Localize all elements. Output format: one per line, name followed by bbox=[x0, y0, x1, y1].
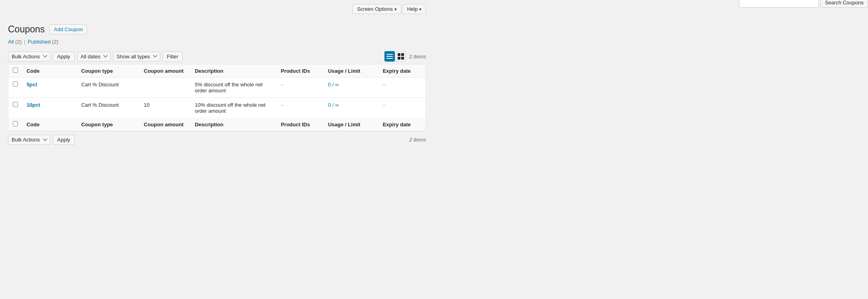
col-header-usage: Usage / Limit bbox=[324, 64, 379, 78]
row-expiry-cell: – bbox=[379, 78, 426, 98]
table-body: 5pct Cart % Discount 5% discount off the… bbox=[8, 78, 426, 118]
table-header-row: Code Coupon type Coupon amount Descripti… bbox=[8, 64, 426, 78]
table-row: 10pct Cart % Discount 10 10% discount of… bbox=[8, 98, 426, 118]
row-code-cell: 5pct bbox=[22, 78, 77, 98]
col-footer-usage: Usage / Limit bbox=[324, 118, 379, 131]
search-coupons-button[interactable]: Search Coupons bbox=[820, 0, 868, 8]
grid-view-icon[interactable] bbox=[396, 51, 406, 62]
date-filter-select[interactable]: All dates bbox=[77, 52, 111, 62]
published-filter-link[interactable]: Published (2) bbox=[28, 39, 58, 45]
top-tablenav: Bulk Actions Apply All dates Show all ty… bbox=[8, 49, 426, 64]
table-row: 5pct Cart % Discount 5% discount off the… bbox=[8, 78, 426, 98]
svg-rect-3 bbox=[398, 53, 400, 56]
tablenav-pages-top: 2 items bbox=[384, 51, 426, 62]
select-all-checkbox-footer[interactable] bbox=[13, 121, 18, 126]
nav-separator: | bbox=[24, 39, 25, 45]
page-title: Coupons bbox=[8, 24, 45, 35]
items-count-top: 2 items bbox=[409, 54, 426, 60]
row-checkbox[interactable] bbox=[13, 102, 18, 107]
col-footer-products: Product IDs bbox=[277, 118, 324, 131]
col-header-code: Code bbox=[22, 64, 77, 78]
svg-rect-5 bbox=[398, 57, 400, 60]
select-all-checkbox[interactable] bbox=[13, 68, 18, 73]
col-header-expiry: Expiry date bbox=[379, 64, 426, 78]
search-box: Search Coupons bbox=[739, 0, 868, 8]
page-header: Coupons Add Coupon Search Coupons bbox=[8, 20, 426, 35]
help-button[interactable]: Help bbox=[403, 4, 426, 14]
row-checkbox-cell bbox=[8, 98, 23, 118]
row-products-cell: – bbox=[277, 78, 324, 98]
svg-rect-0 bbox=[386, 54, 393, 55]
row-type-cell: Cart % Discount bbox=[77, 98, 140, 118]
sub-nav: All (2) | Published (2) bbox=[8, 39, 426, 45]
table-footer-row: Code Coupon type Coupon amount Descripti… bbox=[8, 118, 426, 131]
row-checkbox[interactable] bbox=[13, 82, 18, 87]
svg-rect-2 bbox=[386, 58, 393, 59]
row-products-cell: – bbox=[277, 98, 324, 118]
col-footer-description: Description bbox=[191, 118, 277, 131]
col-footer-type: Coupon type bbox=[77, 118, 140, 131]
row-type-cell: Cart % Discount bbox=[77, 78, 140, 98]
add-coupon-button[interactable]: Add Coupon bbox=[50, 24, 87, 34]
coupon-code-link[interactable]: 10pct bbox=[26, 102, 40, 108]
svg-rect-6 bbox=[401, 57, 404, 60]
row-amount-cell bbox=[140, 78, 191, 98]
usage-link[interactable]: 0 / ∞ bbox=[328, 82, 339, 88]
col-header-description: Description bbox=[191, 64, 277, 78]
tablenav-pages-bottom: 2 items bbox=[409, 137, 426, 143]
screen-options-button[interactable]: Screen Options bbox=[352, 4, 401, 14]
row-code-cell: 10pct bbox=[22, 98, 77, 118]
svg-rect-4 bbox=[401, 53, 404, 56]
row-description-cell: 10% discount off the whole net order amo… bbox=[191, 98, 277, 118]
row-amount-cell: 10 bbox=[140, 98, 191, 118]
bottom-tablenav: Bulk Actions Apply 2 items bbox=[8, 131, 426, 147]
col-header-type: Coupon type bbox=[77, 64, 140, 78]
coupons-table: Code Coupon type Coupon amount Descripti… bbox=[8, 64, 426, 131]
usage-link[interactable]: 0 / ∞ bbox=[328, 102, 339, 108]
bulk-actions-select-bottom[interactable]: Bulk Actions bbox=[8, 135, 50, 145]
col-header-amount: Coupon amount bbox=[140, 64, 191, 78]
search-input[interactable] bbox=[739, 0, 819, 8]
col-header-products: Product IDs bbox=[277, 64, 324, 78]
col-footer-code: Code bbox=[22, 118, 77, 131]
coupon-code-link[interactable]: 5pct bbox=[26, 82, 37, 88]
list-view-icon[interactable] bbox=[384, 51, 395, 62]
row-usage-cell: 0 / ∞ bbox=[324, 98, 379, 118]
table-foot: Code Coupon type Coupon amount Descripti… bbox=[8, 118, 426, 131]
all-filter-link[interactable]: All (2) bbox=[8, 39, 22, 45]
row-expiry-cell: – bbox=[379, 98, 426, 118]
apply-button-top[interactable]: Apply bbox=[53, 52, 75, 62]
select-all-footer bbox=[8, 118, 23, 131]
items-count-bottom: 2 items bbox=[409, 137, 426, 143]
filter-button[interactable]: Filter bbox=[163, 52, 183, 62]
apply-button-bottom[interactable]: Apply bbox=[53, 135, 75, 145]
table-head: Code Coupon type Coupon amount Descripti… bbox=[8, 64, 426, 78]
col-footer-amount: Coupon amount bbox=[140, 118, 191, 131]
row-usage-cell: 0 / ∞ bbox=[324, 78, 379, 98]
svg-rect-1 bbox=[386, 56, 393, 57]
row-description-cell: 5% discount off the whole net order amou… bbox=[191, 78, 277, 98]
col-footer-expiry: Expiry date bbox=[379, 118, 426, 131]
select-all-header bbox=[8, 64, 23, 78]
row-checkbox-cell bbox=[8, 78, 23, 98]
view-icons bbox=[384, 51, 406, 62]
type-filter-select[interactable]: Show all types bbox=[113, 52, 160, 62]
bulk-actions-select-top[interactable]: Bulk Actions bbox=[8, 52, 50, 62]
